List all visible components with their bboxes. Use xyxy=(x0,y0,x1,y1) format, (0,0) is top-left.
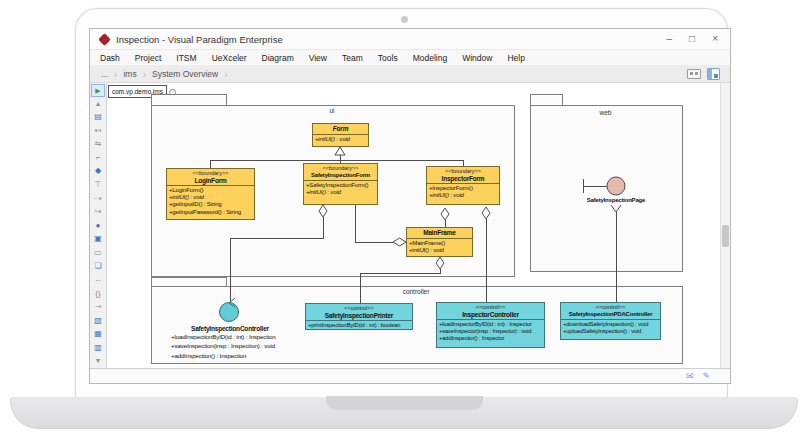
constraint-tool[interactable]: {} xyxy=(91,287,105,301)
class-safetyinspectionform[interactable]: <<boundary>> SafetyInspectionForm +Safet… xyxy=(303,163,378,205)
note-tool[interactable]: ❏ xyxy=(91,260,105,274)
realization-tool[interactable]: ↪ xyxy=(91,205,105,219)
class-mainframe[interactable]: MainFrame +MainFrame() +initUI() : void xyxy=(406,227,473,257)
menu-dash[interactable]: Dash xyxy=(100,53,120,63)
class-operation: +loadInspectionByID(id : int) : Inspecti… xyxy=(171,332,311,341)
laptop-camera xyxy=(401,16,408,23)
maximize-button[interactable]: □ xyxy=(689,34,695,44)
package-controller-label: controller xyxy=(151,288,681,295)
resource-catalog-tool[interactable]: ⇋ xyxy=(91,138,105,152)
dependency-tool[interactable]: ⇢ xyxy=(91,192,105,206)
class-name: MainFrame xyxy=(407,229,472,237)
class-name: SafetyInspectionPDAController xyxy=(561,311,660,319)
boundary-tool[interactable]: ⊤ xyxy=(91,178,105,192)
mail-icon[interactable]: ✉ xyxy=(686,371,694,381)
menu-help[interactable]: Help xyxy=(507,53,524,63)
breadcrumb-ims[interactable]: ims xyxy=(118,69,141,79)
package-web[interactable] xyxy=(530,105,683,272)
breadcrumb: ... › ims › System Overview › xyxy=(90,66,730,83)
lollipop-interface-tool[interactable]: ⊸ xyxy=(91,300,105,314)
package-web-label: web xyxy=(530,109,681,116)
menu-uexceler[interactable]: UeXceler xyxy=(212,53,247,63)
class-operation: +loadInspectorByID(id : int) : Inspector xyxy=(439,321,542,328)
app-window: Inspection - Visual Paradigm Enterprise … xyxy=(89,28,731,384)
class-tool[interactable]: ▤ xyxy=(91,110,105,124)
dashes-separator: -- xyxy=(91,273,105,287)
polyline-tool[interactable]: ⌐ xyxy=(91,151,105,165)
laptop-base xyxy=(10,397,798,429)
menu-team[interactable]: Team xyxy=(342,53,363,63)
class-operation: +printInspectionByID(id : int) : boolean xyxy=(308,322,410,329)
class-operation: +InspectorForm() xyxy=(429,185,497,192)
visual-paradigm-logo-icon xyxy=(98,33,111,46)
layout-panel-icon[interactable] xyxy=(707,68,720,80)
chevron-right-icon: › xyxy=(224,69,227,80)
class-operation: +saveInspector(insp : Inspector) : void xyxy=(439,328,542,335)
subdiagram-tool[interactable]: ▣ xyxy=(91,233,105,247)
class-operation: +getInputID() : String xyxy=(169,201,252,208)
class-operation: +downloadSafetyInspection() : void xyxy=(563,321,658,328)
close-button[interactable]: × xyxy=(712,34,718,44)
package-ui-label: ui xyxy=(151,107,513,114)
laptop-notch xyxy=(326,396,483,410)
class-operation: +getInputPassword() : String xyxy=(169,209,252,216)
decision-node-tool[interactable]: ◆ xyxy=(91,165,105,179)
window-title: Inspection - Visual Paradigm Enterprise xyxy=(116,34,283,45)
breadcrumb-system-overview[interactable]: System Overview xyxy=(147,69,223,79)
menu-itsm[interactable]: ITSM xyxy=(176,53,196,63)
class-operation: +initUI() : void xyxy=(169,194,252,201)
class-name: LoginForm xyxy=(167,177,254,185)
chevron-right-icon: › xyxy=(114,69,117,80)
grid-tool[interactable]: ▥ xyxy=(91,341,105,355)
class-form[interactable]: Form +initUI() : void xyxy=(312,123,369,147)
class-name: SafetyInspectionForm xyxy=(304,172,377,180)
minimize-button[interactable]: – xyxy=(667,34,673,44)
laptop-shell: Inspection - Visual Paradigm Enterprise … xyxy=(75,8,728,398)
class-operation: +saveInspection(insp : Inspection) : voi… xyxy=(171,341,311,350)
fit-to-window-icon[interactable] xyxy=(687,69,701,79)
menu-view[interactable]: View xyxy=(309,53,327,63)
scrollbar-thumb[interactable] xyxy=(722,225,729,247)
menu-diagram[interactable]: Diagram xyxy=(262,53,294,63)
class-name: SafetyInspectionPrinter xyxy=(306,312,412,320)
menu-tools[interactable]: Tools xyxy=(378,53,398,63)
class-operation: +MainFrame() xyxy=(409,240,470,247)
class-operation: +initUI() : void xyxy=(315,136,366,143)
class-operation: +initUI() : void xyxy=(429,192,497,199)
vertical-scrollbar[interactable] xyxy=(720,83,730,368)
class-operation: +initUI() : void xyxy=(306,189,375,196)
class-safetyinspectionpdacontroller[interactable]: <<control>> SafetyInspectionPDAControlle… xyxy=(560,302,661,340)
chart-tool[interactable]: ▦ xyxy=(91,327,105,341)
menu-project[interactable]: Project xyxy=(135,53,161,63)
edit-note-icon[interactable]: ✎ xyxy=(702,371,710,381)
class-loginform[interactable]: <<boundary>> LoginForm +LoginForm() +ini… xyxy=(166,168,255,220)
control-label-safetyinspectioncontroller[interactable]: SafetyInspectionController xyxy=(164,325,296,332)
scroll-down-icon[interactable]: ▾ xyxy=(91,355,105,369)
association-tool[interactable]: ↤ xyxy=(91,124,105,138)
class-inspectorform[interactable]: <<boundary>> InspectorForm +InspectorFor… xyxy=(426,166,500,205)
boundary-label-safetyinspectionpage[interactable]: SafetyInspectionPage xyxy=(571,197,661,203)
class-operation: +LoginForm() xyxy=(169,187,252,194)
diagram-toolbar: ▶ ▴ ▤ ↤ ⇋ ⌐ ◆ ⊤ ⇢ ↪ ● ▣ ▭ ❏ -- {} ⊸ ▧ ▦ … xyxy=(90,83,107,368)
chevron-right-icon: › xyxy=(143,69,146,80)
frame-tool[interactable]: ▭ xyxy=(91,246,105,260)
class-name: Form xyxy=(313,125,368,133)
package-tool[interactable]: ▧ xyxy=(91,314,105,328)
class-name: InspectorForm xyxy=(427,175,499,183)
use-case-tool[interactable]: ● xyxy=(91,219,105,233)
status-bar: ✉ ✎ xyxy=(90,368,730,383)
menu-window[interactable]: Window xyxy=(462,53,492,63)
breadcrumb-root[interactable]: ... xyxy=(96,69,113,79)
class-operation: +uploadSafetyInspection() : void xyxy=(563,328,658,335)
class-safetyinspectionprinter[interactable]: <<control>> SafetyInspectionPrinter +pri… xyxy=(305,303,413,330)
class-inspectorcontroller[interactable]: <<control>> InspectorController +loadIns… xyxy=(436,302,545,348)
diagram-canvas[interactable]: com.vp.demo.ims ui web controller xyxy=(107,83,730,368)
scroll-up-icon[interactable]: ▴ xyxy=(91,97,105,111)
menu-modeling[interactable]: Modeling xyxy=(413,53,448,63)
class-operation: +addInspector() : Inspector xyxy=(439,335,542,342)
class-operation: +initUI() : void xyxy=(409,247,470,254)
menu-bar: Dash Project ITSM UeXceler Diagram View … xyxy=(90,50,730,66)
title-bar: Inspection - Visual Paradigm Enterprise … xyxy=(90,29,730,50)
class-operation: +addInspection() : Inspection xyxy=(171,351,311,360)
run-play-tool[interactable]: ▶ xyxy=(91,84,105,97)
